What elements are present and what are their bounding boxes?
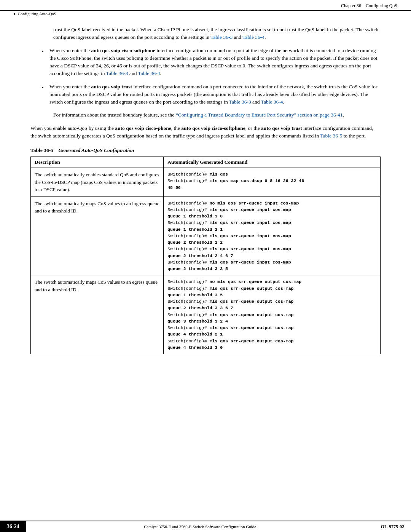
link-table36-4-b1[interactable]: Table 36-4 [138, 70, 160, 76]
link-table36-5[interactable]: Table 36-5 [320, 133, 342, 139]
row1-commands: Switch(config)# mls qos Switch(config)# … [164, 168, 381, 197]
table-row-2: The switch automatically maps CoS values… [31, 197, 381, 275]
bullet-item-1: • When you enter the auto qos voip cisco… [42, 47, 381, 78]
table-row-1: The switch automatically enables standar… [31, 168, 381, 197]
footer-page-number: 36-24 [0, 521, 26, 532]
row2-description: The switch automatically maps CoS values… [31, 197, 164, 275]
bullet-symbol-1: • [42, 47, 46, 78]
link-table36-3-b1[interactable]: Table 36-3 [106, 70, 128, 76]
link-table36-3-b2[interactable]: Table 36-3 [229, 99, 251, 105]
col-header-description: Description [31, 157, 164, 168]
footer-guide-title: Catalyst 3750-E and 3560-E Switch Softwa… [26, 524, 374, 529]
bullet-text-2: When you enter the auto qos voip trust i… [49, 83, 381, 106]
auto-qos-table: Description Automatically Generated Comm… [30, 157, 381, 354]
table-caption: Table 36-5 Generated Auto-QoS Configurat… [30, 147, 381, 153]
link-table36-4-b2[interactable]: Table 36-4 [261, 99, 283, 105]
col-header-command: Automatically Generated Command [164, 157, 381, 168]
link-table36-4-intro[interactable]: Table 36-4 [242, 34, 264, 40]
auto-qos-para: When you enable auto-QoS by using the au… [30, 125, 381, 140]
header-section: Configuring Auto-QoS [0, 11, 411, 17]
link-trusted-boundary[interactable]: “Configuring a Trusted Boundary to Ensur… [176, 112, 343, 118]
row1-description: The switch automatically enables standar… [31, 168, 164, 197]
page-footer: 36-24 Catalyst 3750-E and 3560-E Switch … [0, 521, 411, 532]
row3-commands: Switch(config)# no mls qos srr-queue out… [164, 275, 381, 354]
row2-commands: Switch(config)# no mls qos srr-queue inp… [164, 197, 381, 275]
link-table36-3-intro[interactable]: Table 36-3 [210, 34, 233, 40]
row3-description: The switch automatically maps CoS values… [31, 275, 164, 354]
main-content: trust the QoS label received in the pack… [0, 18, 411, 385]
trusted-boundary-para: For information about the trusted bounda… [30, 111, 381, 119]
footer-doc-number: OL-9775-02 [374, 522, 411, 532]
intro-paragraph: trust the QoS label received in the pack… [30, 26, 381, 42]
table-row-3: The switch automatically maps CoS values… [31, 275, 381, 354]
bullet-item-2: • When you enter the auto qos voip trust… [42, 83, 381, 106]
bullet-symbol-2: • [42, 83, 46, 106]
header-chapter: Chapter 36 Configuring QoS [341, 3, 397, 9]
bullet-text-1: When you enter the auto qos voip cisco-s… [49, 47, 381, 78]
page-header: Chapter 36 Chapter 36 Configuring QoS [0, 0, 411, 11]
